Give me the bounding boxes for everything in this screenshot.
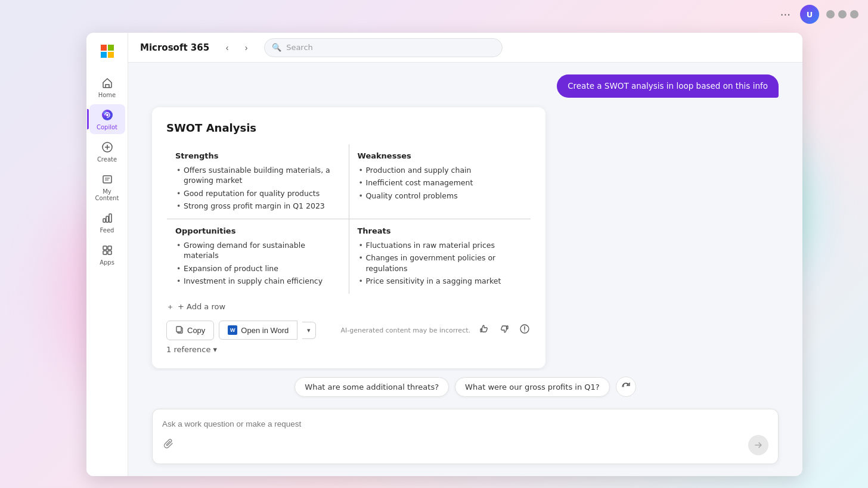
window-controls bbox=[826, 10, 858, 18]
chat-input[interactable] bbox=[162, 419, 768, 428]
window-ellipsis-button[interactable]: ··· bbox=[780, 8, 790, 21]
copy-icon bbox=[175, 325, 184, 335]
svg-rect-16 bbox=[108, 246, 111, 250]
open-in-word-dropdown[interactable]: ▾ bbox=[302, 322, 316, 339]
svg-rect-2 bbox=[101, 52, 107, 58]
svg-rect-0 bbox=[101, 45, 107, 51]
open-in-word-label: Open in Word bbox=[241, 326, 289, 335]
thumbs-down-button[interactable] bbox=[498, 322, 511, 338]
app-header: Microsoft 365 ‹ › 🔍 Search bbox=[128, 33, 802, 63]
back-button[interactable]: ‹ bbox=[219, 39, 235, 56]
app-frame: Home Copilot bbox=[86, 33, 802, 476]
strength-item-1: Offers sustainable building materials, a… bbox=[175, 165, 340, 186]
main-content: Microsoft 365 ‹ › 🔍 Search Create a SWOT… bbox=[128, 33, 802, 476]
sidebar-item-apps[interactable]: Apps bbox=[89, 240, 125, 269]
forward-button[interactable]: › bbox=[238, 39, 255, 56]
sidebar-item-home[interactable]: Home bbox=[89, 72, 125, 102]
sidebar: Home Copilot bbox=[86, 33, 128, 476]
feedback-comment-button[interactable] bbox=[518, 322, 531, 338]
chat-area[interactable]: Create a SWOT analysis in loop based on … bbox=[128, 63, 802, 371]
sidebar-item-create[interactable]: Create bbox=[89, 136, 125, 166]
swot-table: Strengths Offers sustainable building ma… bbox=[166, 144, 531, 294]
thumbs-up-button[interactable] bbox=[478, 322, 491, 338]
reference-row[interactable]: 1 reference ▾ bbox=[166, 345, 531, 354]
app-title: Microsoft 365 bbox=[140, 42, 209, 53]
user-avatar[interactable]: U bbox=[800, 5, 819, 24]
threat-item-1: Fluctuations in raw material prices bbox=[358, 240, 523, 251]
copy-label: Copy bbox=[187, 326, 205, 335]
swot-card: SWOT Analysis Strengths Offers sustainab… bbox=[152, 107, 545, 368]
minimize-button[interactable] bbox=[826, 10, 835, 18]
action-buttons: Copy W Open in Word ▾ bbox=[166, 321, 316, 340]
opportunity-item-3: Investment in supply chain efficiency bbox=[175, 276, 340, 287]
threats-list: Fluctuations in raw material prices Chan… bbox=[358, 240, 523, 287]
input-bottom-bar bbox=[162, 435, 768, 455]
opportunities-list: Growing demand for sustainable materials… bbox=[175, 240, 340, 287]
weakness-item-2: Inefficient cost management bbox=[358, 178, 523, 188]
sidebar-item-my-content[interactable]: My Content bbox=[89, 169, 125, 205]
strengths-header: Strengths bbox=[175, 151, 340, 160]
copy-button[interactable]: Copy bbox=[166, 321, 214, 340]
apps-icon bbox=[100, 243, 114, 257]
weakness-item-1: Production and supply chain bbox=[358, 165, 523, 176]
add-row-icon: ＋ bbox=[166, 301, 174, 312]
sidebar-label-my-content: My Content bbox=[92, 188, 123, 201]
svg-rect-21 bbox=[480, 329, 482, 332]
swot-title: SWOT Analysis bbox=[166, 122, 531, 134]
suggestions-area: What are some additional threats? What w… bbox=[128, 371, 802, 403]
svg-rect-22 bbox=[507, 326, 508, 329]
weakness-item-3: Quality control problems bbox=[358, 191, 523, 201]
threats-header: Threats bbox=[358, 226, 523, 235]
attach-button[interactable] bbox=[162, 437, 175, 453]
search-placeholder: Search bbox=[286, 43, 313, 52]
svg-rect-20 bbox=[176, 327, 181, 332]
open-in-word-button[interactable]: W Open in Word bbox=[219, 321, 297, 340]
weaknesses-header: Weaknesses bbox=[358, 151, 523, 160]
strength-item-3: Strong gross profit margin in Q1 2023 bbox=[175, 201, 340, 212]
create-icon bbox=[100, 140, 114, 154]
opportunity-item-2: Expansion of product line bbox=[175, 263, 340, 274]
copilot-icon bbox=[100, 108, 114, 122]
add-row-button[interactable]: ＋ + Add a row bbox=[166, 301, 531, 312]
feedback-actions: AI-generated content may be incorrect. bbox=[341, 322, 531, 338]
card-actions: Copy W Open in Word ▾ AI-generated conte… bbox=[166, 321, 531, 340]
svg-rect-3 bbox=[108, 52, 114, 58]
svg-rect-15 bbox=[103, 246, 107, 250]
sidebar-label-copilot: Copilot bbox=[97, 124, 117, 130]
ai-generated-note: AI-generated content may be incorrect. bbox=[341, 327, 470, 334]
suggestion-chip-2[interactable]: What were our gross profits in Q1? bbox=[455, 377, 610, 397]
svg-point-25 bbox=[524, 331, 525, 332]
svg-rect-17 bbox=[103, 251, 107, 254]
refresh-suggestions-button[interactable] bbox=[616, 377, 636, 397]
send-button[interactable] bbox=[748, 435, 768, 455]
search-bar[interactable]: 🔍 Search bbox=[264, 38, 503, 57]
svg-rect-13 bbox=[106, 216, 108, 222]
sidebar-logo bbox=[96, 40, 119, 65]
opportunity-item-1: Growing demand for sustainable materials bbox=[175, 240, 340, 261]
svg-rect-18 bbox=[108, 251, 111, 254]
home-icon bbox=[100, 76, 114, 90]
svg-rect-14 bbox=[109, 214, 111, 222]
threat-item-2: Changes in government policies or regula… bbox=[358, 253, 523, 273]
sidebar-label-apps: Apps bbox=[100, 259, 114, 266]
input-area bbox=[128, 403, 802, 476]
reference-label: 1 reference bbox=[166, 345, 210, 354]
suggestion-chip-1[interactable]: What are some additional threats? bbox=[294, 377, 449, 397]
nav-arrows: ‹ › bbox=[219, 39, 255, 56]
sidebar-item-copilot[interactable]: Copilot bbox=[89, 104, 125, 134]
feed-icon bbox=[100, 211, 114, 225]
sidebar-item-feed[interactable]: Feed bbox=[89, 207, 125, 237]
add-row-label: + Add a row bbox=[178, 302, 225, 311]
svg-rect-9 bbox=[103, 176, 111, 183]
reference-chevron-icon: ▾ bbox=[213, 345, 217, 354]
opportunities-header: Opportunities bbox=[175, 226, 340, 235]
maximize-button[interactable] bbox=[838, 10, 847, 18]
close-button[interactable] bbox=[850, 10, 858, 18]
my-content-icon bbox=[100, 172, 114, 187]
word-icon: W bbox=[228, 325, 237, 335]
sidebar-label-feed: Feed bbox=[100, 227, 114, 234]
svg-point-5 bbox=[106, 114, 108, 116]
svg-rect-1 bbox=[108, 45, 114, 51]
search-icon: 🔍 bbox=[272, 43, 281, 52]
strength-item-2: Good reputation for quality products bbox=[175, 188, 340, 199]
